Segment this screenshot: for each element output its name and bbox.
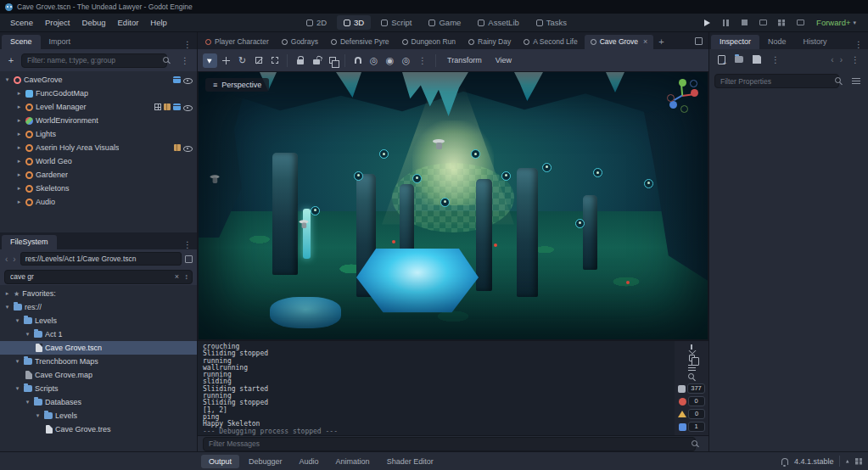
package-icon[interactable] — [164, 104, 171, 110]
warning-count-toggle[interactable]: 0 — [678, 409, 705, 419]
viewport-3d[interactable]: ≡Perspective — [198, 71, 708, 340]
play-button[interactable] — [700, 16, 714, 30]
toolbar-overflow-icon[interactable]: ⋮ — [415, 56, 430, 65]
expand-arrow-icon[interactable]: ▸ — [3, 290, 11, 297]
menu-project[interactable]: Project — [39, 15, 76, 30]
menu-scene[interactable]: Scene — [4, 15, 39, 30]
fs-favorites[interactable]: ▸ ★ Favorites: — [0, 287, 197, 300]
expand-bottom-panel-icon[interactable]: ▾ — [846, 458, 849, 465]
stop-button[interactable] — [737, 16, 751, 30]
scene-filter-input[interactable] — [21, 53, 167, 68]
fs-file-cavegrove-tres[interactable]: Cave Grove.tres — [0, 422, 197, 436]
menu-editor[interactable]: Editor — [112, 15, 145, 30]
pause-button[interactable] — [719, 16, 732, 30]
renderer-dropdown[interactable]: Forward+▾ — [812, 16, 860, 29]
menu-debug[interactable]: Debug — [76, 15, 112, 30]
lock-node-button[interactable] — [293, 53, 307, 68]
scene-tab-player-character[interactable]: Player Character — [199, 35, 275, 49]
history-forward-icon[interactable]: › — [839, 55, 843, 64]
editor-count-toggle[interactable]: 1 — [679, 422, 705, 432]
scene-instance-icon[interactable] — [173, 104, 181, 110]
output-log[interactable]: crouching Sliiding stopped running wallr… — [198, 341, 675, 435]
add-node-button[interactable]: + — [4, 53, 18, 67]
scene-node-world-geo[interactable]: ▸ World Geo — [0, 154, 197, 168]
close-tab-icon[interactable]: × — [643, 37, 647, 46]
scene-tab-godrays[interactable]: Godrays — [276, 35, 324, 49]
tab-import[interactable]: Import — [41, 35, 80, 49]
nav-back-icon[interactable]: ‹ — [4, 255, 8, 264]
tab-scene[interactable]: Scene — [2, 35, 41, 49]
scene-node-cavegrove[interactable]: ▾ CaveGrove — [0, 73, 197, 87]
fs-folder-databases[interactable]: ▾ Databases — [0, 395, 197, 409]
property-filter-options-button[interactable] — [849, 75, 863, 88]
box-select-tool-button[interactable] — [267, 53, 282, 68]
visibility-eye-icon[interactable] — [183, 76, 193, 84]
new-scene-tab-button[interactable]: + — [654, 36, 668, 49]
package-icon[interactable] — [174, 144, 181, 151]
workspace-game[interactable]: Game — [422, 15, 468, 30]
expand-arrow-icon[interactable]: ▸ — [15, 131, 23, 137]
current-path[interactable]: res://Levels/Act 1/Cave Grove.tscn — [20, 252, 182, 266]
workspace-2d[interactable]: 2D — [300, 15, 333, 30]
y-axis-ball[interactable] — [679, 79, 686, 87]
scale-tool-button[interactable] — [251, 53, 266, 68]
scene-node-level-manager[interactable]: ▸ Level Manager — [0, 100, 197, 114]
layout-icon[interactable] — [855, 458, 862, 465]
resource-menu-icon[interactable]: ⋮ — [768, 55, 783, 64]
scene-node-skeletons[interactable]: ▸ Skeletons — [0, 182, 197, 195]
expand-arrow-icon[interactable]: ▸ — [15, 185, 23, 192]
collapse-arrow-icon[interactable]: ▾ — [14, 358, 21, 365]
fs-folder-trenchboom[interactable]: ▾ Trenchboom Maps — [0, 355, 197, 368]
scene-node-audio[interactable]: ▸ Audio — [0, 195, 197, 209]
history-back-icon[interactable]: ‹ — [830, 55, 834, 64]
expand-arrow-icon[interactable]: ▸ — [15, 158, 23, 165]
move-tool-button[interactable] — [219, 53, 233, 68]
view-menu[interactable]: View — [490, 53, 518, 67]
expand-arrow-icon[interactable]: ▸ — [15, 117, 23, 124]
fs-folder-act1[interactable]: ▾ Act 1 — [0, 327, 197, 341]
expand-arrow-icon[interactable]: ▸ — [15, 171, 23, 178]
scene-node-funcgodotmap[interactable]: ▸ FuncGodotMap — [0, 87, 197, 100]
workspace-3d[interactable]: 3D — [337, 15, 371, 30]
bottom-tab-audio[interactable]: Audio — [292, 455, 327, 468]
visibility-eye-icon[interactable] — [183, 103, 193, 111]
tab-inspector[interactable]: Inspector — [711, 35, 759, 49]
tab-node[interactable]: Node — [759, 35, 795, 49]
movie-maker-button[interactable] — [793, 16, 807, 30]
expand-arrow-icon[interactable]: ▸ — [15, 199, 23, 205]
collapse-arrow-icon[interactable]: ▾ — [3, 76, 11, 83]
search-output-button[interactable] — [686, 373, 697, 381]
collapse-arrow-icon[interactable]: ▾ — [24, 399, 31, 406]
projection-dropdown[interactable]: ≡Perspective — [205, 78, 269, 92]
filesystem-menu-icon[interactable]: ⋮ — [180, 240, 195, 249]
preview-sun-button[interactable]: ◉ — [383, 53, 397, 68]
scene-tab-rainy-day[interactable]: Rainy Day — [462, 35, 517, 49]
bottom-tab-animation[interactable]: Animation — [328, 455, 378, 468]
scene-tree-menu-icon[interactable]: ⋮ — [177, 56, 193, 65]
collapse-arrow-icon[interactable]: ▾ — [34, 412, 42, 419]
expand-arrow-icon[interactable]: ▸ — [15, 90, 23, 97]
group-nodes-button[interactable] — [325, 53, 339, 68]
bottom-tab-shader-editor[interactable]: Shader Editor — [379, 455, 441, 468]
collapse-arrow-icon[interactable]: ▾ — [14, 317, 21, 324]
tab-filesystem[interactable]: FileSystem — [2, 235, 57, 249]
z-axis-ball[interactable] — [669, 101, 677, 109]
copy-output-button[interactable] — [686, 355, 697, 361]
workspace-assetlib[interactable]: AssetLib — [471, 15, 525, 30]
scene-node-worldenvironment[interactable]: ▸ WorldEnvironment — [0, 114, 197, 127]
fs-file-cavegrove-tscn[interactable]: Cave Grove.tscn — [0, 341, 197, 355]
neg-x-axis-ball[interactable] — [667, 94, 675, 102]
remote-debug-button[interactable] — [756, 16, 770, 30]
scene-tab-cave-grove[interactable]: Cave Grove× — [585, 35, 654, 49]
save-resource-button[interactable] — [750, 53, 764, 66]
transform-menu[interactable]: Transform — [441, 53, 488, 67]
workspace-tasks[interactable]: Tasks — [529, 15, 574, 30]
workspace-script[interactable]: Script — [374, 15, 418, 30]
message-count-toggle[interactable]: 377 — [678, 383, 705, 394]
run-current-scene-button[interactable] — [775, 16, 788, 30]
bottom-tab-debugger[interactable]: Debugger — [241, 455, 290, 468]
rotate-tool-button[interactable]: ↻ — [235, 53, 249, 68]
inspector-dock-menu-icon[interactable]: ⋮ — [851, 40, 866, 49]
scene-node-aserin[interactable]: ▸ Aserin Holy Area Visuals — [0, 141, 197, 154]
neg-z-axis-ball[interactable] — [690, 80, 697, 87]
